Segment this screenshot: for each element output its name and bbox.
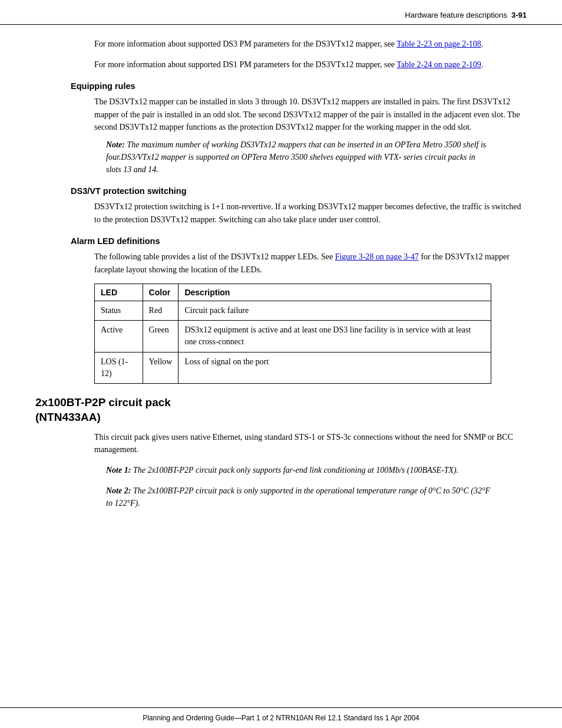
led-active-desc: DS3x12 equipment is active and at least … bbox=[178, 321, 491, 353]
led-status-desc: Circuit pack failure bbox=[178, 301, 491, 320]
table-row: LOS (1-12) Yellow Loss of signal on the … bbox=[95, 352, 491, 384]
equipping-rules-body: The DS3VTx12 mapper can be installed in … bbox=[94, 95, 527, 134]
led-active-color: Green bbox=[143, 321, 178, 353]
led-los: LOS (1-12) bbox=[95, 352, 143, 384]
alarm-led-heading: Alarm LED definitions bbox=[71, 236, 527, 246]
main-content: For more information about supported DS3… bbox=[0, 25, 562, 509]
col-color: Color bbox=[143, 284, 178, 301]
footer-text: Planning and Ordering Guide—Part 1 of 2 … bbox=[143, 714, 419, 722]
circuit-pack-heading: 2x100BT-P2P circuit pack (NTN433AA) bbox=[35, 396, 527, 424]
circuit-pack-note2: Note 2: The 2x100BT-P2P circuit pack is … bbox=[106, 485, 491, 509]
table-2-23-link[interactable]: Table 2-23 on page 2-108 bbox=[396, 39, 481, 48]
led-table-container: LED Color Description Status Red Circuit… bbox=[94, 284, 491, 384]
alarm-led-body: The following table provides a list of t… bbox=[94, 251, 527, 276]
table-row: Active Green DS3x12 equipment is active … bbox=[95, 321, 491, 353]
equipping-rules-heading: Equipping rules bbox=[71, 81, 527, 91]
led-status-color: Red bbox=[143, 301, 178, 320]
led-los-color: Yellow bbox=[143, 352, 178, 384]
header-text: Hardware feature descriptions 3-91 bbox=[405, 11, 527, 19]
figure-3-28-link[interactable]: Figure 3-28 on page 3-47 bbox=[335, 252, 419, 261]
page: Hardware feature descriptions 3-91 For m… bbox=[0, 0, 562, 728]
ds3vt-body: DS3VTx12 protection switching is 1+1 non… bbox=[94, 200, 527, 226]
note-text-1: The maximum number of working DS3VTx12 m… bbox=[106, 140, 486, 174]
led-los-desc: Loss of signal on the port bbox=[178, 352, 491, 384]
note-text-3: The 2x100BT-P2P circuit pack is only sup… bbox=[106, 486, 490, 508]
col-description: Description bbox=[178, 284, 491, 301]
led-active: Active bbox=[95, 321, 143, 353]
note-label-1: Note: bbox=[106, 140, 125, 149]
table-2-24-link[interactable]: Table 2-24 on page 2-109 bbox=[396, 60, 481, 69]
note-label-2: Note 1: bbox=[106, 466, 131, 475]
circuit-pack-note1: Note 1: The 2x100BT-P2P circuit pack onl… bbox=[106, 464, 491, 476]
col-led: LED bbox=[95, 284, 143, 301]
led-table: LED Color Description Status Red Circuit… bbox=[94, 284, 491, 384]
note-text-2: The 2x100BT-P2P circuit pack only suppor… bbox=[131, 466, 458, 475]
circuit-pack-body1: This circuit pack gives users native Eth… bbox=[94, 431, 527, 456]
page-header: Hardware feature descriptions 3-91 bbox=[0, 0, 562, 25]
header-page-number: 3-91 bbox=[511, 11, 527, 19]
intro-para-2: For more information about supported DS1… bbox=[94, 58, 527, 71]
header-section-title: Hardware feature descriptions bbox=[405, 11, 507, 19]
ds3vt-heading: DS3/VT protection switching bbox=[71, 186, 527, 196]
led-status: Status bbox=[95, 301, 143, 320]
intro-para-1: For more information about supported DS3… bbox=[94, 38, 527, 50]
note-label-3: Note 2: bbox=[106, 486, 131, 495]
page-footer: Planning and Ordering Guide—Part 1 of 2 … bbox=[0, 707, 562, 728]
table-row: Status Red Circuit pack failure bbox=[95, 301, 491, 320]
circuit-pack-section: 2x100BT-P2P circuit pack (NTN433AA) bbox=[35, 396, 527, 424]
equipping-rules-note: Note: The maximum number of working DS3V… bbox=[106, 139, 491, 176]
